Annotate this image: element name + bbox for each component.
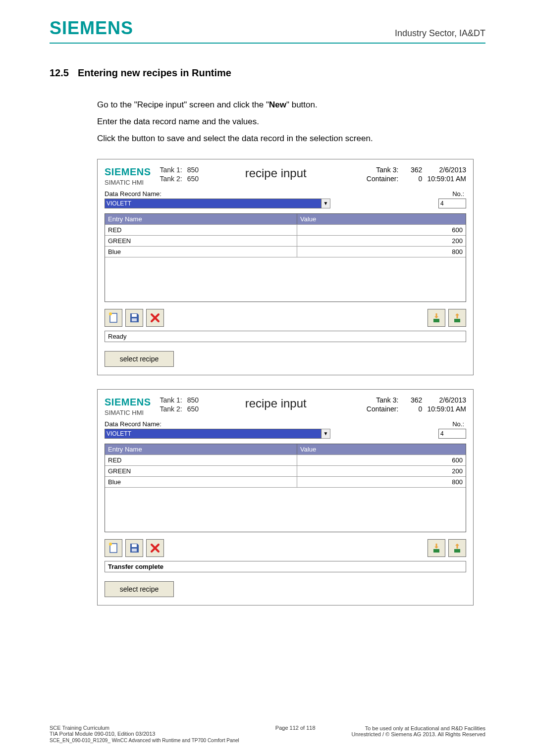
tank1-value: 850 xyxy=(187,165,199,174)
download-to-plc-button[interactable] xyxy=(428,539,445,557)
data-record-name-input[interactable] xyxy=(105,429,321,439)
footer-left-1: SCE Training Curriculum xyxy=(50,725,239,731)
table-row[interactable]: RED 600 xyxy=(105,454,466,465)
download-to-plc-button[interactable] xyxy=(428,309,445,327)
hmi-screen-title: recipe input xyxy=(199,396,353,411)
delete-record-button[interactable] xyxy=(146,539,164,557)
svg-rect-10 xyxy=(433,549,439,553)
svg-rect-8 xyxy=(132,544,137,547)
select-recipe-button[interactable]: select recipe xyxy=(105,581,174,597)
svg-rect-9 xyxy=(132,549,137,552)
hmi-panel-2: SIEMENS SIMATIC HMI Tank 1: 850 Tank 2: … xyxy=(97,389,474,605)
table-row[interactable]: Blue 800 xyxy=(105,246,466,257)
grid-header-value: Value xyxy=(297,444,466,454)
doc-header-right: Industry Sector, IA&DT xyxy=(395,28,485,39)
grid-cell-value: 800 xyxy=(297,247,466,257)
grid-cell-name: Blue xyxy=(105,477,297,487)
save-record-button[interactable] xyxy=(125,539,143,557)
new-record-icon xyxy=(107,312,119,324)
table-row[interactable]: GREEN 200 xyxy=(105,465,466,476)
tank2-value: 650 xyxy=(187,174,199,183)
intro-line-3: Click the button to save and select the … xyxy=(97,130,485,147)
svg-rect-4 xyxy=(433,319,439,322)
delete-icon xyxy=(149,312,161,324)
hmi-time: 10:59:01 AM xyxy=(427,404,466,413)
grid-cell-name: Blue xyxy=(105,247,297,257)
chevron-down-icon: ▼ xyxy=(323,431,328,436)
grid-cell-value: 200 xyxy=(297,466,466,476)
grid-header-entry: Entry Name xyxy=(105,444,297,454)
grid-cell-value: 200 xyxy=(297,236,466,246)
new-record-button[interactable] xyxy=(105,309,122,327)
intro-line-1-pre: Go to the "Recipe input" screen and clic… xyxy=(97,100,269,109)
upload-icon xyxy=(451,312,463,324)
footer-left-2: TIA Portal Module 090-010, Edition 03/20… xyxy=(50,731,239,737)
select-recipe-button[interactable]: select recipe xyxy=(105,351,174,367)
data-record-name-input[interactable] xyxy=(105,199,321,208)
delete-record-button[interactable] xyxy=(146,309,164,327)
svg-point-7 xyxy=(109,543,112,546)
upload-icon xyxy=(451,542,463,554)
section-number: 12.5 xyxy=(50,67,69,79)
data-record-no-input[interactable] xyxy=(438,199,466,208)
grid-header-entry: Entry Name xyxy=(105,214,297,224)
download-icon xyxy=(430,312,442,324)
tank3-value: 362 xyxy=(405,165,422,174)
intro-line-1-post: " button. xyxy=(286,100,318,109)
new-record-icon xyxy=(107,542,119,554)
tank2-value: 650 xyxy=(187,404,199,413)
tank2-label: Tank 2: xyxy=(160,404,182,413)
data-record-name-label: Data Record Name: xyxy=(105,420,174,428)
svg-rect-2 xyxy=(132,314,137,317)
hmi-panel-1: SIEMENS SIMATIC HMI Tank 1: 850 Tank 2: … xyxy=(97,159,474,375)
table-row[interactable]: GREEN 200 xyxy=(105,235,466,246)
tank3-value: 362 xyxy=(405,396,422,404)
upload-from-plc-button[interactable] xyxy=(448,539,466,557)
data-record-name-dropdown[interactable]: ▼ xyxy=(321,429,330,439)
hmi-screen-title: recipe input xyxy=(199,165,353,181)
chevron-down-icon: ▼ xyxy=(323,201,328,206)
upload-from-plc-button[interactable] xyxy=(448,309,466,327)
status-bar: Ready xyxy=(105,331,466,342)
recipe-grid: Entry Name Value RED 600 GREEN 200 Blue … xyxy=(105,444,466,532)
status-bar: Transfer complete xyxy=(105,561,466,572)
intro-line-2: Enter the data record name and the value… xyxy=(97,113,485,130)
recipe-grid: Entry Name Value RED 600 GREEN 200 Blue … xyxy=(105,213,466,302)
hmi-logo: SIEMENS xyxy=(105,165,151,178)
hmi-date: 2/6/2013 xyxy=(439,165,467,174)
grid-cell-value: 600 xyxy=(297,225,466,235)
save-icon xyxy=(128,542,140,554)
delete-icon xyxy=(149,542,161,554)
brand-logo: SIEMENS xyxy=(50,18,133,39)
table-row[interactable]: Blue 800 xyxy=(105,476,466,487)
footer-bottom: SCE_EN_090-010_R1209_ WinCC Advanced wit… xyxy=(50,738,239,743)
hmi-sublogo: SIMATIC HMI xyxy=(105,409,151,417)
no-label: No.: xyxy=(436,190,464,198)
tank1-value: 850 xyxy=(187,396,199,404)
data-record-no-input[interactable] xyxy=(438,429,466,439)
hmi-sublogo: SIMATIC HMI xyxy=(105,179,151,187)
container-label: Container: xyxy=(353,404,398,413)
tank3-label: Tank 3: xyxy=(353,396,398,404)
new-record-button[interactable] xyxy=(105,539,122,557)
container-value: 0 xyxy=(405,174,422,183)
container-value: 0 xyxy=(405,404,422,413)
tank1-label: Tank 1: xyxy=(160,165,182,174)
tank2-label: Tank 2: xyxy=(160,174,182,183)
hmi-time: 10:59:01 AM xyxy=(427,174,466,183)
tank3-label: Tank 3: xyxy=(353,165,398,174)
svg-rect-3 xyxy=(132,318,137,321)
tank1-label: Tank 1: xyxy=(160,396,182,404)
table-row[interactable]: RED 600 xyxy=(105,224,466,235)
save-record-button[interactable] xyxy=(125,309,143,327)
grid-cell-name: GREEN xyxy=(105,466,297,476)
hmi-date: 2/6/2013 xyxy=(439,396,467,404)
svg-rect-5 xyxy=(454,319,460,322)
grid-cell-value: 800 xyxy=(297,477,466,487)
data-record-name-dropdown[interactable]: ▼ xyxy=(321,199,330,208)
footer-right-1: To be used only at Educational and R&D F… xyxy=(352,725,485,731)
grid-cell-name: RED xyxy=(105,225,297,235)
grid-cell-name: GREEN xyxy=(105,236,297,246)
footer-right-2: Unrestricted / © Siemens AG 2013. All Ri… xyxy=(352,731,485,737)
svg-point-1 xyxy=(109,312,112,315)
